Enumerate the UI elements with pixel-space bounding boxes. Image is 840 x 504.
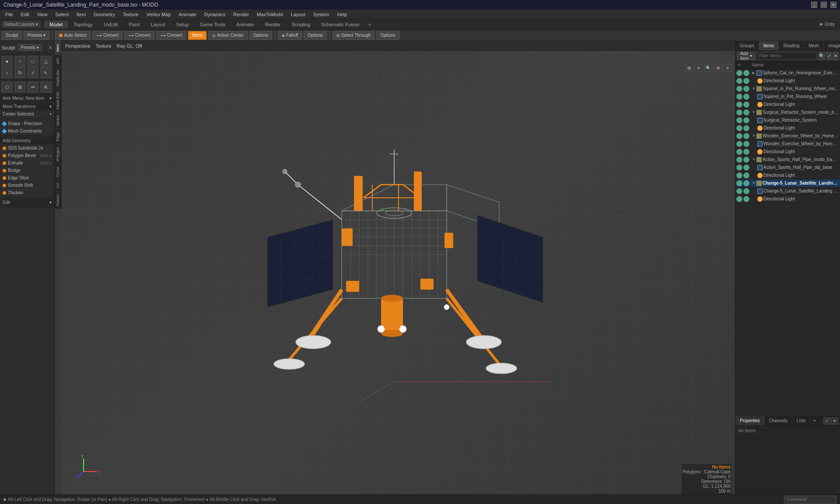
item-row[interactable]: Directional Light xyxy=(735,195,840,203)
tool-cursor[interactable]: ↖ xyxy=(41,67,51,78)
add-tab-btn[interactable]: + xyxy=(365,20,374,29)
item-eye2[interactable] xyxy=(743,188,749,194)
item-eye2[interactable] xyxy=(743,117,749,123)
item-eye[interactable] xyxy=(736,94,742,100)
item-eye2[interactable] xyxy=(743,94,749,100)
close-left-btn[interactable]: ✕ xyxy=(48,45,52,51)
tool-mesh[interactable]: ⬡ xyxy=(2,82,12,92)
presets-btn[interactable]: Presets ▾ xyxy=(24,31,50,40)
menu-geometry[interactable]: Geometry xyxy=(90,11,118,18)
menu-vertex-map[interactable]: Vertex Map xyxy=(143,11,175,18)
mesh-constraints-item[interactable]: Mesh Constraints xyxy=(0,127,54,135)
item-eye[interactable] xyxy=(736,164,742,171)
right-tab-items[interactable]: Items xyxy=(759,41,779,50)
tab-layout[interactable]: Layout xyxy=(146,21,171,28)
tool-pen[interactable]: ✏ xyxy=(28,82,38,92)
item-eye2[interactable] xyxy=(743,133,749,139)
tool-move[interactable]: ↕ xyxy=(2,67,12,78)
add-geometry-header[interactable]: Add Geometry xyxy=(0,137,54,144)
items-btn[interactable]: Items xyxy=(188,31,206,40)
item-eye2[interactable] xyxy=(743,125,749,131)
vp-icon-4[interactable]: ⚙ xyxy=(714,64,722,72)
menu-select[interactable]: Select xyxy=(52,11,72,18)
filter-icon[interactable]: 🔍 xyxy=(819,52,825,60)
right-tab-images[interactable]: Images xyxy=(824,41,840,50)
item-row[interactable]: Change-5_Lunar_Satellite_Landing Part xyxy=(735,187,840,195)
select-through-btn[interactable]: ⊞ Select Through xyxy=(332,31,375,40)
menu-help[interactable]: Help xyxy=(334,11,351,18)
vp-icon-1[interactable]: ⊞ xyxy=(685,64,693,72)
bridge-item[interactable]: Bridge xyxy=(0,167,54,174)
item-eye[interactable] xyxy=(736,188,742,194)
item-eye2[interactable] xyxy=(743,157,749,163)
menu-maxtomodo[interactable]: MaxToModo xyxy=(253,11,287,18)
menu-system[interactable]: System xyxy=(310,11,333,18)
item-eye2[interactable] xyxy=(743,196,749,202)
item-row[interactable]: Wooden_Exercise_Wheel_by_Homegroo... xyxy=(735,140,840,148)
right-expand-icon[interactable]: ⤢ xyxy=(826,52,832,60)
prop-expand-btn[interactable]: ⤢ xyxy=(823,417,830,424)
item-row[interactable]: Action_Sports_Half_Pipe_obj_base xyxy=(735,164,840,172)
item-eye2[interactable] xyxy=(743,86,749,92)
item-eye[interactable] xyxy=(736,117,742,123)
falloff-btn[interactable]: ◈ Falloff xyxy=(278,31,302,40)
item-eye[interactable] xyxy=(736,172,742,178)
options-btn-2[interactable]: Options xyxy=(304,31,326,40)
vert-tab-curve[interactable]: Curve xyxy=(55,164,61,180)
edit-header[interactable]: Edit ▾ xyxy=(0,199,54,206)
item-row[interactable]: Squirrel_in_Pet_Running_Wheel xyxy=(735,93,840,101)
vert-tab-polygon[interactable]: Polygon xyxy=(55,144,61,164)
item-expand-arrow[interactable]: ▼ xyxy=(752,110,756,114)
prop-tab-channels[interactable]: Channels xyxy=(765,416,792,425)
prop-tab-lists[interactable]: Lists xyxy=(792,416,811,425)
tab-topology[interactable]: Topology xyxy=(68,21,98,28)
tool-ring[interactable]: ○ xyxy=(15,56,25,66)
item-eye[interactable] xyxy=(736,102,742,108)
close-btn[interactable]: ✕ xyxy=(830,2,836,8)
tab-uvedit[interactable]: UvEdit xyxy=(98,21,123,28)
vert-tab-mesh-edit[interactable]: Mesh Edit xyxy=(55,89,61,112)
tool-box[interactable]: □ xyxy=(28,56,38,66)
tab-animate[interactable]: Animate xyxy=(231,21,259,28)
tab-model[interactable]: Model xyxy=(44,21,68,28)
menu-edit[interactable]: Edit xyxy=(18,11,33,18)
viewport-3d[interactable]: ⊞ ↻ 🔍 ⚙ ≡ No Items Polygons : Catmull-Cl… xyxy=(62,51,735,494)
snaps-item[interactable]: Snaps - Precision xyxy=(0,120,54,127)
vert-tab-duplicate[interactable]: Duplicate xyxy=(55,67,61,89)
vert-tab-item[interactable]: Item xyxy=(55,41,61,55)
polygon-bevel-item[interactable]: Polygon Bevel Shift-B xyxy=(0,152,54,159)
item-eye[interactable] xyxy=(736,70,742,76)
vert-tab-uv[interactable]: UV xyxy=(55,180,61,191)
auto-select-btn[interactable]: Auto Select xyxy=(55,31,90,40)
item-row[interactable]: Directional Light xyxy=(735,148,840,156)
convert-btn-2[interactable]: ⟶ Convert xyxy=(124,31,154,40)
item-eye2[interactable] xyxy=(743,180,749,186)
tool-triangle[interactable]: △ xyxy=(41,56,51,66)
right-close-icon[interactable]: ✕ xyxy=(833,52,838,60)
options-btn-1[interactable]: Options xyxy=(249,31,272,40)
layouts-dropdown[interactable]: Default Layouts ▾ xyxy=(2,21,41,28)
perspective-label[interactable]: Perspective xyxy=(65,43,90,49)
menu-animate[interactable]: Animate xyxy=(175,11,200,18)
item-eye2[interactable] xyxy=(743,109,749,116)
item-row[interactable]: ▼ Surgical_Retractor_System_modo_base.lx… xyxy=(735,108,840,116)
maximize-btn[interactable]: □ xyxy=(821,2,827,8)
viewport[interactable]: Perspective Texture Ray GL: Off xyxy=(62,41,735,494)
smooth-shift-item[interactable]: Smooth Shift xyxy=(0,182,54,189)
item-eye[interactable] xyxy=(736,78,742,84)
menu-render[interactable]: Render xyxy=(230,11,252,18)
item-eye2[interactable] xyxy=(743,172,749,178)
menu-dynamics[interactable]: Dynamics xyxy=(201,11,229,18)
item-row[interactable]: Surgical_Retractor_System xyxy=(735,116,840,124)
minimize-btn[interactable]: _ xyxy=(811,2,817,8)
tab-paint[interactable]: Paint xyxy=(124,21,146,28)
item-eye[interactable] xyxy=(736,149,742,155)
item-row[interactable]: Directional Light xyxy=(735,101,840,108)
tab-setup[interactable]: Setup xyxy=(171,21,195,28)
right-tab-shading[interactable]: Shading xyxy=(779,41,804,50)
item-list[interactable]: ▶ Sphynx_Cat_on_Homegroove_Exercise ... … xyxy=(735,69,840,416)
sds-subdivide-item[interactable]: SDS Subdivide 2x xyxy=(0,144,54,152)
tool-circle[interactable]: ● xyxy=(2,56,12,66)
action-center-btn[interactable]: ◎ Action Center xyxy=(208,31,248,40)
item-row[interactable]: Directional Light xyxy=(735,124,840,132)
